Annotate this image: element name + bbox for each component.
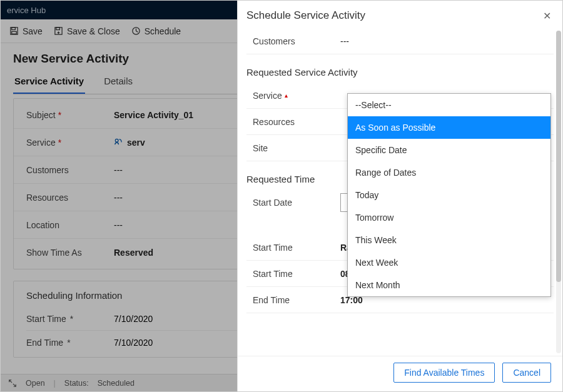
customers-label: Customers: [26, 165, 114, 175]
panel-endtime-label: End Time: [246, 295, 340, 305]
save-icon: [9, 26, 19, 36]
scrollbar[interactable]: [556, 31, 561, 353]
dropdown-option[interactable]: Range of Dates: [348, 161, 550, 184]
panel-resources-label: Resources: [246, 117, 340, 127]
start-date-dropdown[interactable]: --Select-- As Soon as Possible Specific …: [347, 93, 551, 297]
dropdown-option[interactable]: Specific Date: [348, 139, 550, 161]
service-icon: [114, 138, 123, 147]
dropdown-option-placeholder[interactable]: --Select--: [348, 94, 550, 116]
panel-title: Schedule Service Activity: [246, 9, 365, 22]
dropdown-option[interactable]: Next Week: [348, 251, 550, 274]
find-available-times-button[interactable]: Find Available Times: [393, 363, 495, 383]
save-close-button[interactable]: Save & Close: [54, 26, 120, 36]
required-indicator: *: [58, 138, 61, 148]
required-indicator: *: [67, 338, 70, 348]
app-title: ervice Hub: [7, 6, 46, 15]
start-time-label: Start Time: [26, 314, 66, 324]
location-label: Location: [26, 220, 114, 230]
showtime-label: Show Time As: [26, 248, 114, 258]
panel-startdate-label: Start Date: [246, 198, 340, 208]
status-value: Scheduled: [98, 379, 134, 388]
panel-customers-value[interactable]: ---: [340, 36, 554, 46]
expand-icon[interactable]: [8, 379, 17, 388]
required-indicator: *: [58, 110, 61, 120]
dropdown-option[interactable]: As Soon as Possible: [348, 116, 550, 139]
cancel-button[interactable]: Cancel: [502, 363, 551, 383]
schedule-button[interactable]: Schedule: [131, 26, 181, 36]
end-time-label: End Time: [26, 338, 63, 348]
schedule-icon: [131, 26, 141, 36]
subject-label: Subject: [26, 110, 56, 120]
service-label: Service: [26, 138, 56, 148]
required-indicator: ▴: [285, 92, 288, 99]
panel-site-label: Site: [246, 143, 340, 153]
end-time-value[interactable]: 7/10/2020: [114, 338, 153, 348]
status-open: Open: [26, 379, 45, 388]
svg-rect-4: [56, 28, 60, 30]
required-indicator: *: [70, 314, 73, 324]
dropdown-option[interactable]: Next Month: [348, 274, 550, 296]
scrollbar-thumb[interactable]: [556, 31, 561, 282]
svg-rect-1: [12, 28, 16, 30]
tab-service-activity[interactable]: Service Activity: [13, 72, 85, 94]
panel-starttime-label: Start Time: [246, 269, 340, 279]
svg-rect-2: [12, 31, 17, 34]
resources-label: Resources: [26, 193, 114, 203]
dropdown-option[interactable]: This Week: [348, 229, 550, 251]
save-button[interactable]: Save: [9, 26, 43, 36]
separator: |: [54, 379, 56, 388]
dropdown-option[interactable]: Today: [348, 184, 550, 206]
close-icon[interactable]: ✕: [543, 10, 551, 22]
section-requested-service: Requested Service Activity: [246, 67, 554, 78]
schedule-panel: Schedule Service Activity ✕ Customers --…: [237, 1, 562, 391]
schedule-label: Schedule: [145, 26, 181, 36]
tab-details[interactable]: Details: [103, 72, 134, 94]
dropdown-option[interactable]: Tomorrow: [348, 206, 550, 229]
panel-service-label: Service: [253, 91, 282, 101]
save-close-icon: [54, 26, 63, 36]
save-close-label: Save & Close: [67, 26, 120, 36]
start-time-value[interactable]: 7/10/2020: [114, 314, 153, 324]
panel-customers-label: Customers: [246, 36, 340, 46]
save-label: Save: [23, 26, 43, 36]
svg-point-6: [115, 139, 118, 142]
panel-starttime-range-label: Start Time: [246, 243, 340, 253]
status-label: Status:: [64, 379, 89, 388]
